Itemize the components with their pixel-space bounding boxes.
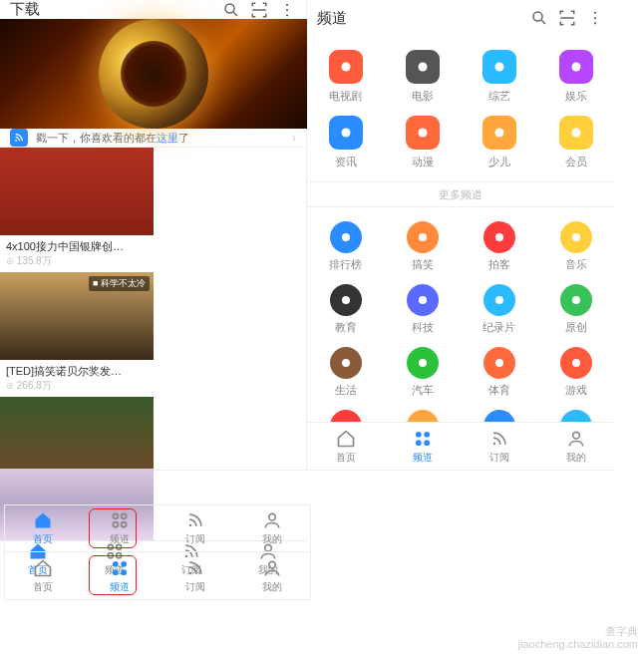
- video-row-1: 4x100接力中国银牌创… ⊙ 135.8万 ■ 科学不太冷 [TED]搞笑诺贝…: [0, 148, 306, 397]
- secondary-channel-grid: 排行榜搞笑拍客音乐教育科技纪录片原创生活汽车体育游戏: [307, 209, 614, 422]
- channel-smile[interactable]: 搞笑: [384, 215, 461, 278]
- tab-home[interactable]: 首页: [307, 423, 384, 470]
- tip-bar[interactable]: 戳一下，你喜欢看的都在这里了 ›: [0, 129, 306, 148]
- channel-dot[interactable]: [461, 404, 537, 422]
- channel-mic[interactable]: 综艺: [461, 44, 537, 110]
- tab-home[interactable]: 首页: [5, 552, 82, 599]
- channel-bear[interactable]: 动漫: [384, 110, 461, 175]
- tab-subscribe[interactable]: 订阅: [158, 505, 234, 551]
- tab-channel[interactable]: 频道: [82, 505, 159, 551]
- channel-rec[interactable]: 拍客: [461, 215, 537, 278]
- channel-news[interactable]: 资讯: [307, 110, 384, 175]
- channel-music[interactable]: 音乐: [537, 215, 614, 278]
- more-icon[interactable]: [278, 1, 296, 19]
- chevron-right-icon: ›: [292, 131, 296, 145]
- channel-cup[interactable]: 生活: [307, 341, 384, 404]
- channel-game[interactable]: 游戏: [537, 341, 614, 404]
- tab-channel[interactable]: 频道: [384, 423, 461, 470]
- bottom-tabbar-after: 首页 频道 订阅 我的: [4, 552, 311, 600]
- channel-planet[interactable]: 科技: [384, 278, 461, 341]
- rss-icon: [10, 129, 28, 147]
- channel-tv[interactable]: 电视剧: [307, 44, 384, 110]
- channel-crown[interactable]: 会员: [537, 110, 614, 175]
- search-icon[interactable]: [530, 9, 548, 27]
- channel-star[interactable]: 娱乐: [537, 44, 614, 110]
- tab-subscribe[interactable]: 订阅: [461, 423, 537, 470]
- bottom-tabbar-before: 首页 频道 订阅 我的: [4, 504, 311, 552]
- search-icon[interactable]: [222, 1, 240, 19]
- right-screen: 频道 电视剧电影综艺娱乐资讯动漫少儿会员 更多频道 排行榜搞笑拍客音乐教育科技纪…: [307, 0, 614, 470]
- channel-kid[interactable]: 少儿: [461, 110, 537, 175]
- right-tabbar: 首页 频道 订阅 我的: [307, 422, 614, 470]
- hero-banner[interactable]: [0, 19, 307, 129]
- tip-text: 戳一下，你喜欢看的都在这里了: [36, 131, 189, 146]
- tab-subscribe[interactable]: 订阅: [158, 552, 234, 599]
- primary-channel-grid: 电视剧电影综艺娱乐资讯动漫少儿会员: [307, 36, 614, 179]
- more-channels[interactable]: 更多频道: [307, 181, 614, 207]
- channel-rank[interactable]: 排行榜: [307, 215, 384, 278]
- channel-doc[interactable]: 纪录片: [461, 278, 537, 341]
- channel-dot[interactable]: [384, 404, 461, 422]
- channel-dot[interactable]: [537, 404, 614, 422]
- watermark: 查字典jiaocheng.chazidian.com: [518, 625, 638, 651]
- video-card[interactable]: [0, 397, 154, 469]
- scan-icon[interactable]: [558, 9, 576, 27]
- channel-cap[interactable]: 教育: [307, 278, 384, 341]
- tab-mine[interactable]: 我的: [234, 505, 311, 551]
- tab-mine[interactable]: 我的: [537, 423, 614, 470]
- channel-leaf[interactable]: 原创: [537, 278, 614, 341]
- right-topbar: 频道: [307, 0, 614, 36]
- tab-channel[interactable]: 频道: [82, 552, 159, 599]
- more-icon[interactable]: [586, 9, 604, 27]
- left-title: 下载: [10, 0, 212, 19]
- channel-ball[interactable]: 体育: [461, 341, 537, 404]
- scan-icon[interactable]: [250, 1, 268, 19]
- channel-lips[interactable]: [307, 404, 384, 422]
- video-card[interactable]: ■ 科学不太冷 [TED]搞笑诺贝尔奖发… ⊙ 266.8万: [0, 272, 154, 397]
- right-title: 频道: [317, 9, 520, 28]
- video-card[interactable]: 4x100接力中国银牌创… ⊙ 135.8万: [0, 148, 154, 272]
- channel-film[interactable]: 电影: [384, 44, 461, 110]
- left-screen: 下载 戳一下，你喜欢看的都在这里了 › 4x100接力中国银牌创… ⊙ 135.…: [0, 0, 307, 470]
- tab-mine[interactable]: 我的: [234, 552, 311, 599]
- left-topbar: 下载: [0, 0, 306, 19]
- tab-home[interactable]: 首页: [5, 505, 82, 551]
- channel-car[interactable]: 汽车: [384, 341, 461, 404]
